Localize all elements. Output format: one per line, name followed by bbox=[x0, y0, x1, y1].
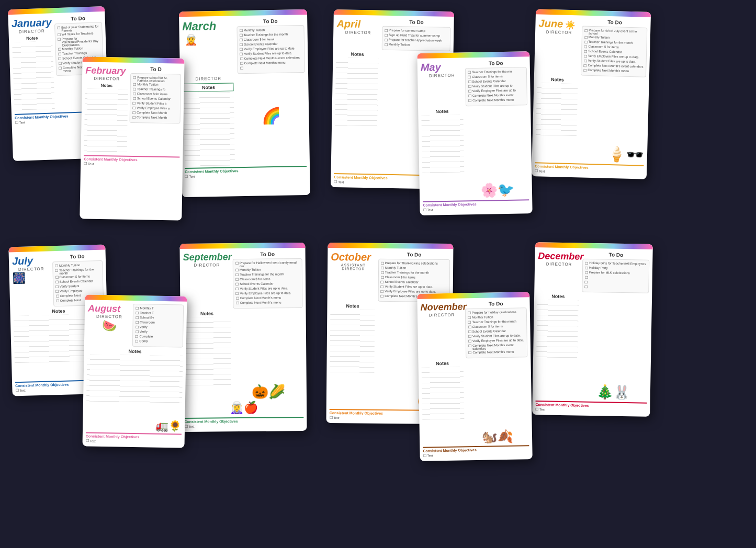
notes-heading-jun: Notes bbox=[537, 76, 578, 83]
todo-item: Classroom bbox=[136, 321, 181, 326]
todo-section-may: Teacher Trainings for the mo Classroom $… bbox=[465, 67, 527, 106]
notes-heading-nov: Notes bbox=[421, 360, 463, 366]
todo-item bbox=[240, 65, 302, 71]
director-label-mar: DIRECTOR bbox=[183, 76, 233, 82]
month-title-sep: September bbox=[183, 252, 232, 262]
todo-item: Complete Next Month's menu bbox=[468, 350, 525, 355]
notes-lines-dec bbox=[536, 300, 579, 358]
director-label-may: DIRECTOR bbox=[421, 73, 463, 78]
todo-item: Verify bbox=[136, 325, 181, 330]
todo-item: Comp bbox=[135, 339, 180, 345]
rainbow-icon-mar: 🌈 bbox=[236, 106, 306, 125]
month-title-may: May bbox=[421, 61, 441, 73]
todo-item: Complete Next Month's menu bbox=[236, 296, 300, 301]
gnome-icon-mar: 🧝 bbox=[185, 34, 198, 45]
squirrel-icon-nov: 🐿️🍂 bbox=[482, 429, 513, 444]
todo-item bbox=[584, 285, 646, 290]
director-label-apr: DIRECTOR bbox=[336, 30, 380, 35]
notes-heading-aug: Notes bbox=[87, 348, 183, 355]
notes-heading-dec: Notes bbox=[537, 293, 579, 299]
todo-item: Monthly Tuition bbox=[235, 268, 300, 272]
todo-section-aug: Monthly T Teacher T School Ev Classroom … bbox=[132, 304, 184, 348]
todo-title-jun: To Do bbox=[582, 19, 648, 26]
notes-heading-oct: Notes bbox=[330, 303, 375, 309]
director-label-jun: DIRECTOR bbox=[538, 29, 580, 35]
month-title-jul: July bbox=[12, 255, 33, 267]
truck-icon-aug: 🚛🌻 bbox=[86, 418, 182, 432]
todo-title-nov: To Do bbox=[465, 300, 527, 307]
month-title-jan: January bbox=[12, 16, 52, 30]
month-title-mar: March bbox=[182, 19, 216, 33]
todo-item: School Events Calendar bbox=[133, 97, 178, 102]
card-march: March 🧝 To Do Monthly Tuition Teacher Tr… bbox=[179, 9, 310, 197]
todo-title-may: To Do bbox=[465, 60, 527, 66]
todo-item: Prepare for Thanksgiving celebrations bbox=[381, 261, 447, 266]
objectives-item-dec: Text bbox=[535, 407, 647, 414]
todo-item: Verify bbox=[136, 330, 181, 335]
director-label-nov: DIRECTOR bbox=[421, 312, 463, 317]
objectives-item-mar: Text bbox=[185, 173, 307, 179]
todo-section-apr: Prepare for summer camp Sign up Field Tr… bbox=[381, 26, 450, 51]
gnome-icon-sep: 🧝‍♀️🍎 bbox=[184, 399, 303, 416]
todo-title-jan: To Do bbox=[54, 15, 101, 22]
notes-lines-nov bbox=[422, 367, 464, 419]
todo-item: Classroom $ for items bbox=[381, 276, 447, 280]
todo-title-feb: To D bbox=[131, 66, 182, 73]
harvest-icon-sep: 🎃🌽 bbox=[252, 383, 285, 400]
objectives-section-jun: Consistent Monthly Objectives Text bbox=[535, 162, 644, 176]
todo-section-feb: Prepare school for St. Patricks celebrat… bbox=[130, 73, 181, 124]
card-may: May DIRECTOR To Do Teacher Trainings for… bbox=[417, 51, 532, 215]
notes-lines-aug bbox=[86, 354, 183, 403]
watermelon-icon-aug: 🍉 bbox=[87, 318, 131, 333]
todo-item: Complete Next Month's event calendars bbox=[468, 343, 525, 350]
todo-item: Complete Next Month's menu bbox=[468, 98, 525, 103]
objectives-item-sep: Text bbox=[184, 424, 303, 429]
todo-item: Complete bbox=[135, 335, 180, 340]
notes-heading-apr: Notes bbox=[336, 51, 378, 57]
objectives-item-feb: Text bbox=[84, 162, 179, 167]
todo-item: Verify Employee Files are up to date. bbox=[235, 291, 300, 296]
objectives-item-aug: Text bbox=[86, 439, 182, 444]
todo-item: Classroom $ for items bbox=[235, 277, 300, 282]
todo-section-sep: Prepare for Halloween/ send candy email … bbox=[233, 258, 303, 309]
todo-item: Teacher Trainings for the month bbox=[55, 268, 100, 275]
todo-section-dec: Holiday Gifts for Teachers/All Employees… bbox=[582, 259, 649, 293]
todo-title-mar: To Do bbox=[236, 18, 304, 25]
month-title-jun: June bbox=[538, 17, 563, 29]
notes-lines-may bbox=[421, 115, 464, 173]
objectives-section-may: Consistent Monthly Objectives Text bbox=[423, 199, 529, 212]
notes-heading-sep: Notes bbox=[184, 311, 231, 316]
todo-title-apr: To Do bbox=[382, 19, 450, 26]
objectives-item-nov: Text bbox=[423, 452, 529, 458]
todo-item: Verify Student Files are up to date. bbox=[380, 285, 447, 290]
director-label-dec: DIRECTOR bbox=[538, 261, 580, 267]
notes-lines-sep bbox=[184, 317, 231, 385]
todo-title-oct: To Do bbox=[378, 252, 450, 258]
card-december: December DIRECTOR To Do Holiday Gifts fo… bbox=[532, 242, 653, 417]
notes-lines-jan bbox=[12, 41, 54, 110]
month-title-nov: November bbox=[421, 301, 467, 313]
todo-item: Monthly Tuition bbox=[133, 83, 178, 88]
objectives-section-dec: Consistent Monthly Objectives Text bbox=[535, 401, 647, 414]
objectives-section-feb: Consistent Monthly Objectives Text bbox=[84, 155, 179, 167]
month-title-dec: December bbox=[538, 250, 583, 262]
objectives-item-may: Text bbox=[423, 206, 529, 212]
todo-item: Monthly T bbox=[136, 306, 181, 312]
card-june: June ☀️ DIRECTOR To Do Prepare for 4th o… bbox=[532, 9, 651, 179]
notes-lines-oct bbox=[330, 310, 375, 373]
todo-item: Teacher Trainings for the month bbox=[235, 272, 300, 277]
notes-lines-mar bbox=[184, 92, 235, 166]
fireworks-icon-jul: 🎆 bbox=[13, 271, 51, 284]
notes-heading-may: Notes bbox=[421, 108, 463, 114]
todo-item: School Events Calendar bbox=[235, 282, 300, 287]
notes-lines-jun bbox=[536, 83, 578, 136]
popsicle-icon-jun: 🍦🕶️ bbox=[607, 145, 645, 164]
todo-section-mar: Monthly Tuition Teacher Trainings for th… bbox=[237, 25, 305, 74]
month-title-apr: April bbox=[336, 18, 360, 30]
mar-spacer bbox=[235, 75, 306, 107]
card-september: September DIRECTOR To Do Prepare for Hal… bbox=[179, 243, 307, 432]
todo-item: Teacher Trainings for the month bbox=[381, 271, 447, 276]
card-november: November DIRECTOR To Do Prepare for holi… bbox=[417, 292, 533, 461]
objectives-section-mar: Consistent Monthly Objectives Text bbox=[185, 166, 307, 179]
todo-title-sep: To Do bbox=[233, 251, 302, 257]
